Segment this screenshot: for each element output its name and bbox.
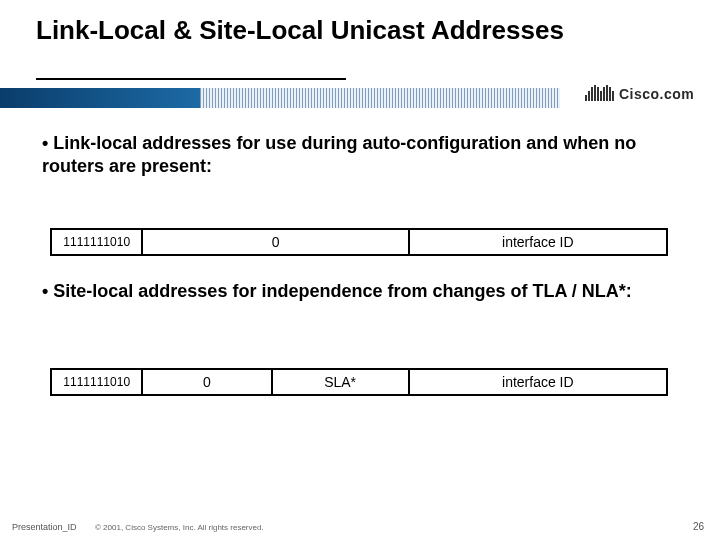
slide-title: Link-Local & Site-Local Unicast Addresse… <box>36 16 596 45</box>
link-local-diagram: 1111111010 0 interface ID <box>50 228 668 256</box>
bullet-site-local: • Site-local addresses for independence … <box>42 280 678 303</box>
slide: Link-Local & Site-Local Unicast Addresse… <box>0 0 720 540</box>
site-local-sla: SLA* <box>273 370 410 394</box>
body: • Link-local addresses for use during au… <box>42 132 678 185</box>
footer-page-number: 26 <box>693 521 704 532</box>
logo-text: Cisco.com <box>619 86 694 102</box>
link-local-zero: 0 <box>143 230 409 254</box>
site-local-diagram: 1111111010 0 SLA* interface ID <box>50 368 668 396</box>
band-stripes <box>200 88 560 108</box>
link-local-prefix: 1111111010 <box>52 230 143 254</box>
band-solid <box>0 88 200 108</box>
footer-copyright: © 2001, Cisco Systems, Inc. All rights r… <box>95 523 264 532</box>
title-underline <box>36 78 346 80</box>
link-local-interface-id: interface ID <box>410 230 666 254</box>
footer: Presentation_ID © 2001, Cisco Systems, I… <box>0 514 720 540</box>
site-local-prefix: 1111111010 <box>52 370 143 394</box>
cisco-logo-icon <box>585 84 615 104</box>
footer-presentation-id: Presentation_ID <box>12 522 77 532</box>
bullet-link-local: • Link-local addresses for use during au… <box>42 132 678 179</box>
site-local-zero: 0 <box>143 370 272 394</box>
cisco-logo: Cisco.com <box>585 84 700 110</box>
site-local-interface-id: interface ID <box>410 370 666 394</box>
